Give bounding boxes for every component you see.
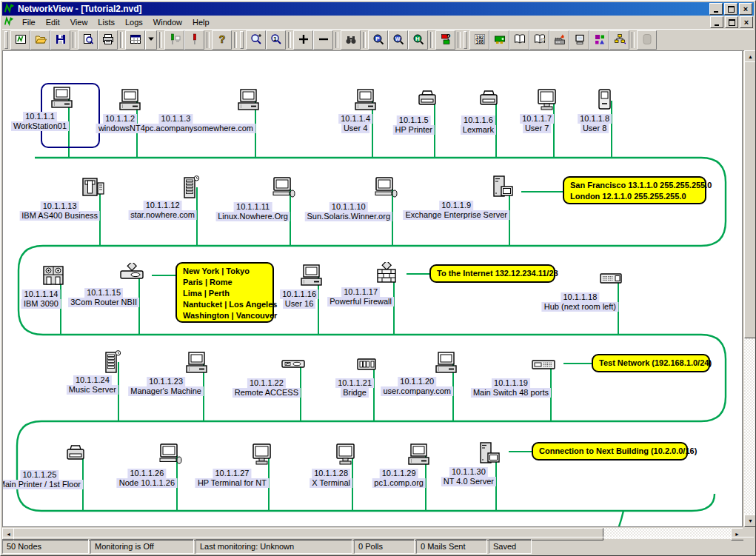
terminal-type-button[interactable] [569,30,589,50]
device-name: star.nowhere.com [128,210,197,220]
device-icon-printer [474,90,504,115]
title-bar: NetworkView - [Tutorial2.nvd] × [2,2,754,16]
device-labels: 10.1.1.13IBM AS400 Business [19,201,100,221]
scroll-down-button[interactable]: ▼ [744,515,756,527]
device-icon-hub [596,267,626,292]
blank-button[interactable] [637,30,657,50]
device-icon-desktop [47,87,76,112]
open-button[interactable] [30,30,50,50]
network-map[interactable]: 10.1.1.1WorkStation0110.1.1.2User 210.1.… [2,50,743,527]
status-panel-3: 0 Polls [354,539,415,554]
vertical-scrollbar[interactable]: ▲ ▼ [744,50,756,527]
vertical-scroll-thumb[interactable] [744,61,756,338]
device-ip: 10.1.1.20 [398,377,436,386]
zoom-in-button[interactable] [293,30,313,50]
map-canvas-area: 10.1.1.1WorkStation0110.1.1.2User 210.1.… [2,50,755,527]
device-icon-desktop [233,89,263,114]
snmp-factory-button[interactable] [549,30,569,50]
nic-card-button[interactable] [489,30,509,50]
toolbar-separator [458,32,461,48]
toolbar-separator [159,32,162,48]
map-note[interactable]: New York | TokyoParis | RomeLima | Perth… [175,262,274,323]
terminal-type-icon [574,33,586,47]
device-labels: 10.1.1.17Powerful Firewall [327,287,394,307]
device-labels: 10.1.1.29pc1.comp.org [372,469,426,488]
mdi-restore-button[interactable] [725,16,738,28]
device-labels: 10.1.1.20user.company.com [381,377,453,396]
device-ip: 10.1.1.15 [84,288,123,298]
mib-book-button[interactable] [509,30,529,50]
monitor-tool-red-button[interactable] [184,30,204,50]
device-name: user.company.com [381,386,453,396]
minimize-button[interactable] [709,3,723,15]
toolbar-grip[interactable] [240,31,244,49]
new-button[interactable] [10,30,30,50]
device-name: Hub (next room left) [542,302,618,312]
device-icon-bridge [352,353,381,378]
map-note[interactable]: Test Network (192.168.1.0/24) [592,354,710,372]
object-shapes-button[interactable] [589,30,609,50]
device-ip: 10.1.1.28 [312,469,350,478]
map-note[interactable]: To the Internet 132.12.234.11/28 [429,264,555,283]
mdi-minimize-button[interactable] [710,16,723,28]
device-icon-desktop [350,89,380,114]
device-name: User 7 [523,124,551,133]
zoom-window-button[interactable] [246,30,266,50]
toolbar-separator [234,32,237,48]
mib-book-icon [514,33,526,47]
table-dropdown-button[interactable] [145,30,157,50]
menu-file[interactable]: File [17,16,41,28]
device-labels: 10.1.1.24Music Server [67,375,118,395]
menu-window[interactable]: Window [148,16,187,28]
help-button[interactable]: ? [212,30,232,50]
device-ip: 10.1.1.30 [449,467,488,477]
note-text: To the Internet 132.12.234.11/28 [437,268,548,279]
map-note[interactable]: Connection to Next Building (10.2.0.0/16… [532,442,688,460]
ip-addresses-button[interactable]: 192168 [469,30,489,50]
print-button[interactable] [98,30,118,50]
device-ip: 10.1.1.17 [341,287,380,297]
toolbar-grip[interactable] [464,31,467,49]
menu-help[interactable]: Help [187,16,215,28]
table-dropdown-icon [147,36,155,44]
toolbar-separator [363,32,366,48]
netbios-book-button[interactable]: NB [529,30,549,50]
device-name: IBM AS400 Business [19,211,100,221]
print-preview-button[interactable] [78,30,98,50]
toolbar-grip[interactable] [4,31,8,49]
device-name: Powerful Firewall [327,297,394,307]
status-panel-1: Monitoring is Off [90,539,194,554]
close-button[interactable]: × [739,3,752,15]
map-note[interactable]: San Francisco 13.1.1.0 255.255.255.0Lond… [563,176,706,204]
netbios-book-icon: NB [534,33,546,47]
menu-lists[interactable]: Lists [93,16,120,28]
device-ip: 10.1.1.21 [335,378,374,388]
device-labels: 10.1.1.27HP Terminal for NT [195,469,269,488]
binoculars-find-button[interactable] [341,30,361,50]
mdi-close-button[interactable]: × [740,16,753,28]
note-text: Connection to Next Building (10.2.0.0/16… [539,446,680,457]
restore-button[interactable] [724,3,737,15]
device-icon-desktop [296,264,326,289]
monitor-tool-green-button[interactable] [164,30,184,50]
toolbar-separator [288,32,291,48]
save-button[interactable] [50,30,70,50]
menu-logs[interactable]: Logs [120,16,148,28]
device-name: Exchange Enterprise Server [403,210,509,220]
toolbar: ?1PWH?192168NB+ [2,29,754,51]
table-view-button[interactable] [125,30,145,50]
device-labels: 10.1.1.10Sun.Solaris.Winner.org [305,202,393,221]
note-text: New York | Tokyo [183,266,267,277]
zoom-normal-button[interactable]: 1 [266,30,286,50]
menu-edit[interactable]: Edit [41,16,65,28]
zoom-out-button[interactable] [313,30,333,50]
device-ip: 10.1.1.10 [330,202,368,212]
device-name: Main Switch 48 ports [471,388,551,398]
find-winsock-button[interactable]: W [388,30,408,50]
traffic-question-button[interactable]: ? [435,30,455,50]
find-ping-button[interactable]: P [368,30,388,50]
find-health-button[interactable]: H [408,30,428,50]
table-view-icon [130,33,141,47]
menu-view[interactable]: View [65,16,93,28]
map-tree-button[interactable]: + [609,30,629,50]
